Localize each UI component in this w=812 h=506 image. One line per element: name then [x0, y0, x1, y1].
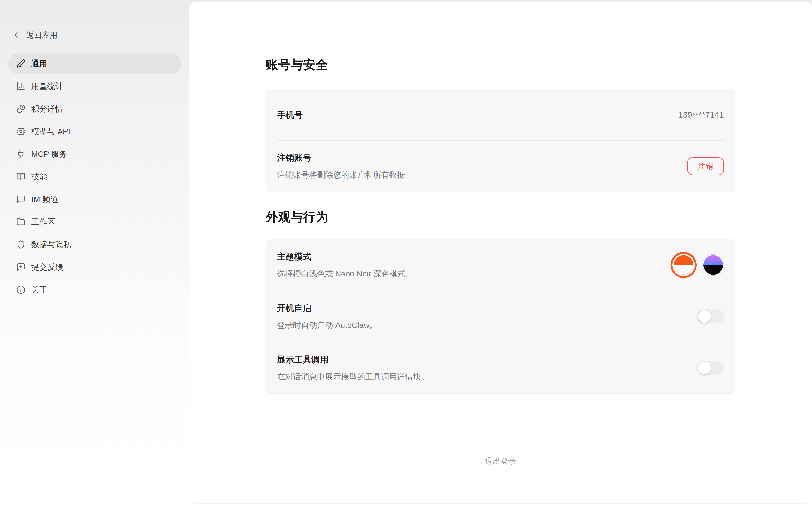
sidebar-item-pencil[interactable]: 通用: [8, 54, 181, 74]
show-tool-calls-title: 显示工具调用: [277, 354, 429, 365]
theme-dark-swatch[interactable]: [703, 254, 724, 276]
sidebar-item-plug[interactable]: MCP 服务: [8, 144, 181, 164]
autostart-text: 开机自启 登录时自动启动 AutoClaw。: [277, 303, 378, 330]
book-icon: [16, 172, 25, 181]
sidebar-item-label: 提交反馈: [31, 262, 63, 273]
message-icon: [16, 195, 25, 204]
sidebar-nav: 通用用量统计积分详情模型与 APIMCP 服务技能IM 频道工作区数据与隐私提交…: [8, 54, 181, 300]
delete-account-text: 注销账号 注销账号将删除您的账户和所有数据: [277, 152, 405, 180]
sidebar-item-label: 积分详情: [31, 103, 63, 114]
cpu-icon: [16, 127, 25, 136]
section-title-appearance: 外观与行为: [266, 211, 735, 223]
info-icon: [16, 285, 25, 294]
autostart-title: 开机自启: [277, 303, 378, 313]
arrow-left-icon: [13, 31, 21, 39]
back-to-app-button[interactable]: 返回应用: [8, 30, 181, 40]
sidebar-item-label: MCP 服务: [31, 149, 67, 160]
shield-icon: [16, 240, 25, 249]
folder-icon: [16, 218, 25, 226]
show-tool-calls-text: 显示工具调用 在对话消息中展示模型的工具调用详情块。: [277, 354, 429, 382]
sidebar-item-shield[interactable]: 数据与隐私: [8, 234, 181, 255]
sidebar-item-label: IM 频道: [31, 194, 58, 205]
sidebar-item-cpu[interactable]: 模型与 API: [8, 121, 181, 142]
sidebar-item-chart[interactable]: 用量统计: [8, 76, 181, 96]
theme-light-swatch[interactable]: [670, 252, 697, 278]
sidebar: 返回应用 通用用量统计积分详情模型与 APIMCP 服务技能IM 频道工作区数据…: [0, 0, 189, 506]
sidebar-item-book[interactable]: 技能: [8, 167, 181, 187]
settings-window: 返回应用 通用用量统计积分详情模型与 APIMCP 服务技能IM 频道工作区数据…: [0, 0, 812, 506]
sidebar-item-label: 工作区: [31, 217, 55, 227]
autostart-desc: 登录时自动启动 AutoClaw。: [277, 320, 378, 330]
toggle-knob: [698, 362, 711, 374]
theme-dark-swatch-core: [704, 255, 723, 275]
settings-content: 账号与安全 手机号 139****7141 注销账号 注销账号将删除您的账户和所…: [266, 2, 735, 503]
sidebar-item-message[interactable]: IM 频道: [8, 189, 181, 209]
sidebar-item-coins[interactable]: 积分详情: [8, 99, 181, 119]
settings-panel: 账号与安全 手机号 139****7141 注销账号 注销账号将删除您的账户和所…: [189, 2, 812, 503]
show-tool-calls-row: 显示工具调用 在对话消息中展示模型的工具调用详情块。: [266, 342, 735, 394]
sidebar-item-label: 模型与 API: [31, 126, 70, 137]
sidebar-item-label: 数据与隐私: [31, 239, 71, 250]
theme-mode-title: 主题模式: [277, 251, 414, 262]
section-title-account: 账号与安全: [266, 59, 735, 71]
appearance-card: 主题模式 选择橙白浅色或 Neon Noir 深色模式。: [266, 239, 735, 394]
delete-account-desc: 注销账号将删除您的账户和所有数据: [277, 170, 405, 180]
sidebar-item-label: 技能: [31, 171, 47, 182]
sidebar-item-folder[interactable]: 工作区: [8, 212, 181, 232]
autostart-toggle[interactable]: [697, 310, 724, 324]
show-tool-calls-toggle[interactable]: [697, 361, 724, 375]
chart-icon: [16, 82, 25, 91]
theme-mode-desc: 选择橙白浅色或 Neon Noir 深色模式。: [277, 269, 414, 279]
theme-mode-text: 主题模式 选择橙白浅色或 Neon Noir 深色模式。: [277, 251, 414, 279]
feedback-icon: [16, 263, 25, 272]
show-tool-calls-desc: 在对话消息中展示模型的工具调用详情块。: [277, 372, 429, 382]
phone-value: 139****7141: [678, 110, 724, 119]
theme-light-swatch-core: [674, 255, 693, 275]
coins-icon: [16, 104, 25, 113]
autostart-row: 开机自启 登录时自动启动 AutoClaw。: [266, 291, 735, 342]
delete-account-button[interactable]: 注销: [687, 157, 724, 175]
account-card: 手机号 139****7141 注销账号 注销账号将删除您的账户和所有数据 注销: [266, 89, 735, 192]
back-to-app-label: 返回应用: [26, 30, 57, 40]
logout-button[interactable]: 退出登录: [266, 456, 735, 467]
delete-account-title: 注销账号: [277, 152, 405, 163]
sidebar-item-feedback[interactable]: 提交反馈: [8, 257, 181, 277]
sidebar-item-label: 通用: [31, 58, 47, 69]
theme-mode-row: 主题模式 选择橙白浅色或 Neon Noir 深色模式。: [266, 240, 735, 290]
theme-light-swatch-ring: [672, 254, 695, 276]
plug-icon: [16, 150, 25, 159]
toggle-knob: [698, 310, 711, 323]
pencil-icon: [16, 59, 25, 68]
sidebar-item-label: 关于: [31, 284, 47, 295]
phone-row: 手机号 139****7141: [266, 89, 735, 140]
delete-account-row: 注销账号 注销账号将删除您的账户和所有数据 注销: [266, 141, 735, 192]
phone-label: 手机号: [277, 109, 303, 120]
sidebar-item-info[interactable]: 关于: [8, 280, 181, 300]
theme-swatches: [670, 252, 724, 278]
sidebar-item-label: 用量统计: [31, 81, 63, 92]
